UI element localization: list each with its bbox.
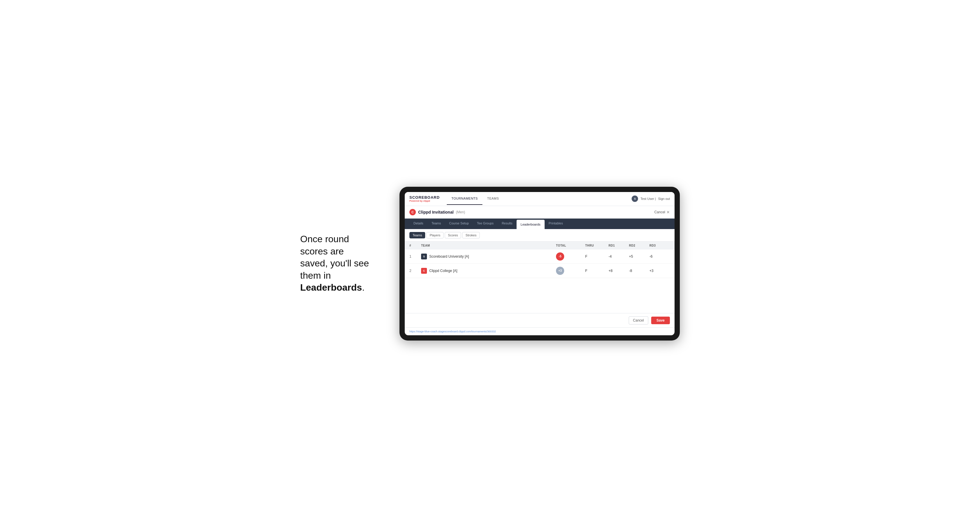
- nav-right: S Test User | Sign out: [632, 195, 670, 202]
- rank-2: 2: [409, 269, 421, 273]
- team-name-1: Scoreboard University [A]: [429, 254, 469, 259]
- nav-teams[interactable]: TEAMS: [482, 193, 503, 205]
- filter-players-button[interactable]: Players: [426, 232, 444, 238]
- tablet-frame: SCOREBOARD Powered by clippd TOURNAMENTS…: [399, 187, 680, 341]
- description-line3: saved, you'll see: [300, 258, 369, 268]
- page-url: https://stage-blue-coach.stagescoreboard…: [409, 330, 496, 333]
- table-row: 1 S Scoreboard University [A] -5 F -4 +5…: [405, 249, 675, 264]
- filter-strokes-button[interactable]: Strokes: [462, 232, 479, 238]
- tablet-screen: SCOREBOARD Powered by clippd TOURNAMENTS…: [405, 192, 675, 335]
- rd2-1: +5: [629, 254, 649, 259]
- filter-scores-button[interactable]: Scores: [445, 232, 461, 238]
- thru-1: F: [585, 254, 609, 259]
- filter-teams-button[interactable]: Teams: [409, 232, 425, 238]
- left-description: Once round scores are saved, you'll see …: [300, 233, 382, 294]
- brand-logo: SCOREBOARD Powered by clippd: [409, 195, 440, 202]
- col-thru: THRU: [585, 244, 609, 247]
- description-period: .: [362, 282, 365, 293]
- tab-teams[interactable]: Teams: [428, 219, 445, 229]
- bottom-bar: Cancel Save: [405, 313, 675, 327]
- col-rd3: RD3: [649, 244, 670, 247]
- user-name: Test User |: [640, 197, 655, 200]
- team-logo-2: C: [421, 268, 427, 274]
- team-cell-1: S Scoreboard University [A]: [421, 254, 556, 259]
- cancel-label: Cancel: [654, 210, 665, 214]
- team-name-2: Clippd College [A]: [429, 269, 457, 273]
- bottom-save-button[interactable]: Save: [651, 317, 670, 324]
- bottom-cancel-button[interactable]: Cancel: [629, 316, 648, 324]
- tab-details[interactable]: Details: [409, 219, 428, 229]
- page-wrapper: Once round scores are saved, you'll see …: [300, 187, 680, 341]
- tab-tee-groups[interactable]: Tee Groups: [473, 219, 498, 229]
- description-line1: Once round: [300, 234, 349, 244]
- url-bar: https://stage-blue-coach.stagescoreboard…: [405, 327, 675, 335]
- description-leaderboards: Leaderboards: [300, 282, 362, 293]
- tournament-title-group: C Clippd Invitational (Men): [409, 209, 465, 215]
- nav-links: TOURNAMENTS TEAMS: [447, 193, 632, 205]
- filter-bar: Teams Players Scores Strokes: [405, 229, 675, 241]
- table-header: # TEAM TOTAL THRU RD1 RD2 RD3: [405, 241, 675, 249]
- col-total: TOTAL: [556, 244, 585, 247]
- team-logo-1: S: [421, 254, 427, 259]
- score-badge-2: +3: [556, 267, 564, 275]
- col-rd1: RD1: [609, 244, 629, 247]
- tournament-logo: C: [409, 209, 416, 215]
- tab-leaderboards[interactable]: Leaderboards: [517, 220, 545, 229]
- sub-nav: Details Teams Course Setup Tee Groups Re…: [405, 219, 675, 229]
- col-team: TEAM: [421, 244, 556, 247]
- rd2-2: -8: [629, 269, 649, 273]
- rank-1: 1: [409, 254, 421, 259]
- tournament-name: Clippd Invitational: [418, 210, 453, 214]
- table-row: 2 C Clippd College [A] +3 F +8 -8 +3: [405, 264, 675, 278]
- top-nav: SCOREBOARD Powered by clippd TOURNAMENTS…: [405, 192, 675, 206]
- team-cell-2: C Clippd College [A]: [421, 268, 556, 274]
- brand-name: SCOREBOARD: [409, 195, 440, 200]
- rd3-2: +3: [649, 269, 670, 273]
- tab-course-setup[interactable]: Course Setup: [445, 219, 473, 229]
- tournament-header: C Clippd Invitational (Men) Cancel ✕: [405, 206, 675, 219]
- tab-results[interactable]: Results: [498, 219, 517, 229]
- tab-printables[interactable]: Printables: [545, 219, 567, 229]
- description-line2: scores are: [300, 246, 344, 257]
- tournament-cancel-button[interactable]: Cancel ✕: [654, 210, 670, 214]
- rd1-1: -4: [609, 254, 629, 259]
- tournament-gender: (Men): [456, 210, 465, 214]
- leaderboard-table: # TEAM TOTAL THRU RD1 RD2 RD3 1 S Score: [405, 241, 675, 278]
- sign-out-link[interactable]: Sign out: [658, 197, 670, 200]
- score-badge-1: -5: [556, 252, 564, 260]
- rd3-1: -6: [649, 254, 670, 259]
- brand-sub-brand: clippd: [423, 200, 430, 202]
- nav-tournaments[interactable]: TOURNAMENTS: [447, 193, 482, 205]
- description-line4: them in: [300, 270, 331, 281]
- user-avatar: S: [632, 195, 638, 202]
- brand-sub: Powered by clippd: [409, 200, 440, 202]
- rd1-2: +8: [609, 269, 629, 273]
- brand-sub-prefix: Powered by: [409, 200, 423, 202]
- col-rd2: RD2: [629, 244, 649, 247]
- col-rank: #: [409, 244, 421, 247]
- thru-2: F: [585, 269, 609, 273]
- total-cell-2: +3: [556, 267, 585, 275]
- close-icon: ✕: [667, 210, 670, 214]
- total-cell-1: -5: [556, 252, 585, 260]
- team-logo-letter-1: S: [423, 255, 425, 258]
- team-logo-letter-2: C: [423, 269, 425, 272]
